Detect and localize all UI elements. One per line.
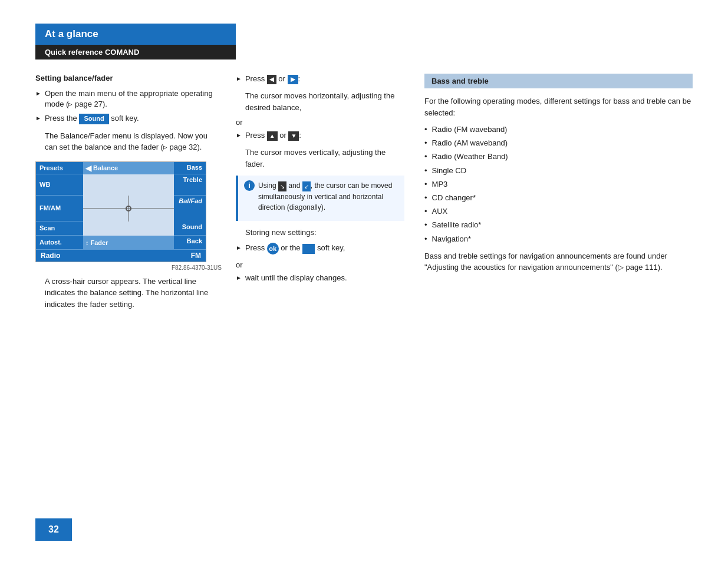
press-lr-text: Press ◀ or ▶:: [245, 74, 300, 84]
bullet-dot: •: [424, 166, 427, 176]
wait-text: wait until the display changes.: [245, 273, 347, 283]
list-item: ► Open the main menu of the appropriate …: [35, 88, 222, 110]
press-list: ► Press ◀ or ▶:: [236, 74, 404, 84]
btn-balfad: Bal/Fad: [174, 196, 206, 222]
bullet-dot: •: [424, 124, 427, 135]
left-arrow-icon: ◀: [85, 164, 91, 173]
btn-autost: Autost.: [36, 236, 83, 249]
screen-center-top: [83, 174, 174, 196]
device-screen: Presets ◀ Balance Bass WB Treble FM/AM: [35, 161, 206, 262]
screen-center-mid: [83, 222, 174, 236]
bullet-dot: •: [424, 138, 427, 148]
list-item: •AUX: [424, 206, 693, 217]
info-text: Using ↘ and ↙, the cursor can be moved s…: [258, 180, 398, 212]
list-item: •MP3: [424, 179, 693, 190]
press-ok-text: Press ok or the soft key,: [245, 243, 345, 254]
step1-text: Open the main menu of the appropriate op…: [45, 88, 222, 110]
btn-treble: Treble: [174, 174, 206, 195]
balance-label: ◀ Balance: [83, 162, 174, 174]
press-ud-list: ► Press ▲ or ▼:: [236, 130, 404, 141]
bullet-dot: •: [424, 234, 427, 244]
btn-fmam: FM/AM: [36, 196, 83, 221]
arrow-icon: ►: [236, 274, 242, 282]
btn-scan: Scan: [36, 222, 83, 235]
bullet-dot: •: [424, 179, 427, 190]
arrow-icon: ►: [236, 75, 242, 83]
device-caption: F82.86-4370-31US: [35, 265, 222, 271]
press-lr-desc: The cursor moves horizontally, adjusting…: [245, 90, 404, 113]
list-item: •Single CD: [424, 166, 693, 176]
list-item: •Radio (AM waveband): [424, 138, 693, 148]
btn-wb: WB: [36, 174, 83, 195]
fader-label: ↕ Fader: [83, 236, 174, 250]
left-column: Setting balance/fader ► Open the main me…: [35, 74, 236, 315]
page-title: At a glance: [45, 28, 98, 39]
list-item: •Radio (Weather Band): [424, 151, 693, 162]
bullet-dot: •: [424, 206, 427, 217]
info-icon: i: [244, 180, 255, 191]
bass-treble-heading: Bass and treble: [424, 74, 693, 88]
cursor-description: A cross-hair cursor appears. The vertica…: [45, 276, 222, 310]
list-item: •CD changer*: [424, 193, 693, 203]
section-heading-balance: Setting balance/fader: [35, 74, 222, 82]
ok-button: ok: [267, 243, 279, 254]
bullet-dot: •: [424, 220, 427, 230]
up-btn: ▲: [267, 131, 278, 141]
bullet-dot: •: [424, 193, 427, 203]
page-subtitle: Quick reference COMAND: [45, 48, 139, 57]
subheader-bar: Quick reference COMAND: [35, 45, 236, 59]
page: At a glance Quick reference COMAND Setti…: [0, 0, 728, 562]
list-item: ► wait until the display changes.: [236, 273, 404, 283]
list-item: •Radio (FM waveband): [424, 124, 693, 135]
left-btn: ◀: [267, 75, 276, 84]
bass-treble-intro: For the following operating modes, diffe…: [424, 95, 693, 118]
store-list: ► Press ok or the soft key,: [236, 243, 404, 254]
middle-column: ► Press ◀ or ▶: The cursor moves horizon…: [236, 74, 419, 289]
fm-label: FM: [191, 252, 201, 260]
radio-label: Radio: [41, 252, 60, 260]
press-ud-desc: The cursor moves vertically, adjusting t…: [245, 147, 404, 170]
btn-presets: Presets: [36, 162, 83, 174]
list-item: •Navigation*: [424, 234, 693, 244]
step2-indent: The Balance/Fader menu is displayed. Now…: [45, 130, 222, 153]
content-area: Setting balance/fader ► Open the main me…: [35, 74, 693, 315]
arrow-icon: ►: [236, 131, 242, 140]
list-item: •Satellite radio*: [424, 220, 693, 230]
bass-treble-footer: Bass and treble settings for navigation …: [424, 250, 693, 273]
crosshair-dot: [126, 206, 131, 211]
list-item: ► Press ok or the soft key,: [236, 243, 404, 254]
step2-text: Press the Sound soft key.: [45, 113, 139, 124]
down-btn: ▼: [288, 131, 299, 141]
balance-steps-list: ► Open the main menu of the appropriate …: [35, 88, 222, 124]
info-row: i Using ↘ and ↙, the cursor can be moved…: [244, 180, 398, 212]
arrow-icon: ►: [35, 114, 41, 123]
bass-treble-list: •Radio (FM waveband) •Radio (AM waveband…: [424, 124, 693, 244]
list-item: ► Press ◀ or ▶:: [236, 74, 404, 84]
wait-list: ► wait until the display changes.: [236, 273, 404, 283]
soft-key-btn: [302, 244, 315, 254]
info-box: i Using ↘ and ↙, the cursor can be moved…: [236, 176, 404, 220]
press-ud-text: Press ▲ or ▼:: [245, 130, 301, 141]
right-column: Bass and treble For the following operat…: [419, 74, 693, 273]
diag-btn2: ↙: [302, 181, 311, 191]
list-item: ► Press the Sound soft key.: [35, 113, 222, 124]
list-item: ► Press ▲ or ▼:: [236, 130, 404, 141]
or-label-1: or: [236, 118, 404, 127]
header-blue: At a glance: [35, 24, 236, 45]
device-bottom-row: Radio FM: [36, 250, 206, 262]
right-btn: ▶: [288, 75, 298, 84]
storing-label: Storing new settings:: [245, 227, 404, 239]
screen-crosshair-area: [83, 196, 174, 222]
or-label-2: or: [236, 260, 404, 269]
btn-back: Back: [174, 236, 206, 249]
arrow-icon: ►: [236, 244, 242, 252]
arrow-icon: ►: [35, 90, 41, 98]
btn-sound: Sound: [174, 222, 206, 235]
btn-bass: Bass: [174, 162, 206, 174]
fader-icon: ↕: [85, 239, 89, 246]
diag-btn1: ↘: [278, 181, 286, 191]
bullet-dot: •: [424, 151, 427, 162]
page-number: 32: [35, 518, 72, 541]
